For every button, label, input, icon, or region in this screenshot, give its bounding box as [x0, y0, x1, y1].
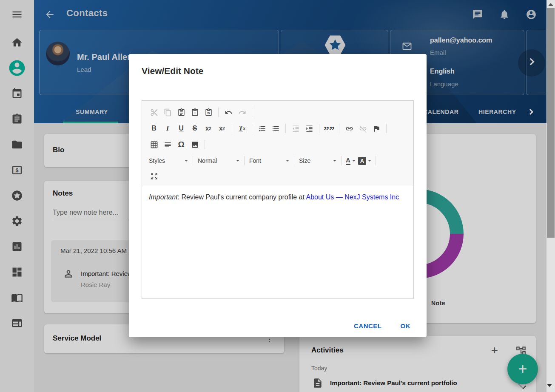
bulleted-list-icon[interactable] [269, 122, 282, 135]
strikethrough-icon[interactable]: S [188, 122, 202, 135]
toolbar-row-clipboard: T W [147, 104, 408, 120]
toolbar-separator [193, 156, 193, 165]
italic-icon[interactable]: I [161, 122, 174, 135]
toolbar-row-formatting: B I U S x2 x2 Tx ”” [147, 120, 408, 136]
toolbar-separator [232, 124, 232, 133]
view-edit-note-dialog: View/Edit Note T W [129, 54, 427, 337]
scrollbar-thumb[interactable] [547, 8, 555, 238]
chevron-down-icon [185, 160, 188, 162]
underline-icon[interactable]: U [174, 122, 188, 135]
toolbar-separator [376, 156, 376, 165]
editor-toolbar: T W B I U S x2 x2 Tx [142, 101, 413, 186]
copy-icon[interactable] [161, 106, 174, 119]
superscript-icon[interactable]: x2 [215, 122, 229, 135]
styles-dropdown[interactable]: Styles [147, 155, 190, 166]
editor-plain-text: : Review Paul's current company profile … [178, 193, 306, 201]
link-icon[interactable] [342, 122, 356, 135]
cut-icon[interactable] [147, 106, 161, 119]
paste-plain-text-icon[interactable]: T [188, 106, 202, 119]
image-icon[interactable] [188, 138, 202, 151]
undo-icon[interactable] [222, 106, 235, 119]
toolbar-separator [386, 124, 387, 133]
bold-icon[interactable]: B [147, 122, 161, 135]
maximize-icon[interactable] [147, 170, 161, 182]
dialog-title: View/Edit Note [142, 66, 203, 76]
dialog-actions: CANCEL OK [354, 322, 410, 330]
toolbar-separator [339, 124, 339, 133]
background-color-button[interactable]: A [357, 155, 373, 166]
paragraph-format-dropdown[interactable]: Normal [196, 155, 241, 166]
unlink-icon[interactable] [356, 122, 370, 135]
toolbar-separator [319, 124, 319, 133]
text-color-button[interactable]: A [344, 155, 357, 166]
page-scrollbar[interactable] [546, 0, 555, 392]
toolbar-row-maximize [147, 169, 408, 183]
toolbar-separator [218, 108, 219, 117]
special-character-icon[interactable]: Ω [174, 138, 188, 151]
paste-from-word-icon[interactable]: W [202, 106, 215, 119]
editor-italic-text: Important [149, 193, 178, 201]
table-icon[interactable] [147, 138, 161, 151]
horizontal-line-icon[interactable] [161, 138, 174, 151]
chevron-down-icon [368, 160, 371, 162]
scrollbar-up-arrow-icon[interactable] [548, 3, 553, 6]
toolbar-separator [252, 124, 252, 133]
paste-icon[interactable] [174, 106, 188, 119]
subscript-icon[interactable]: x2 [202, 122, 215, 135]
toolbar-separator [285, 124, 286, 133]
chevron-down-icon [236, 160, 239, 162]
chevron-down-icon [352, 160, 356, 162]
increase-indent-icon[interactable] [302, 122, 316, 135]
svg-text:W: W [207, 111, 210, 115]
toolbar-row-dropdowns: Styles Normal Font Size A [147, 153, 408, 169]
editor-content[interactable]: Important: Review Paul's current company… [142, 186, 413, 208]
toolbar-separator [294, 156, 294, 165]
toolbar-separator [205, 140, 205, 149]
anchor-flag-icon[interactable] [370, 122, 383, 135]
scrollbar-down-arrow-icon[interactable] [547, 384, 552, 387]
svg-text:T: T [194, 111, 196, 115]
chevron-down-icon [333, 160, 336, 162]
toolbar-separator [244, 156, 245, 165]
toolbar-separator [341, 156, 342, 165]
toolbar-separator [252, 108, 252, 117]
blockquote-icon[interactable]: ”” [322, 122, 336, 135]
decrease-indent-icon[interactable] [289, 122, 302, 135]
font-size-dropdown[interactable]: Size [297, 155, 338, 166]
editor-link[interactable]: About Us — NexJ Systems Inc [306, 193, 399, 201]
chevron-down-icon [286, 160, 289, 162]
toolbar-row-insert: Ω [147, 136, 408, 153]
numbered-list-icon[interactable] [255, 122, 269, 135]
rich-text-editor: T W B I U S x2 x2 Tx [142, 100, 414, 299]
font-dropdown[interactable]: Font [248, 155, 291, 166]
ok-button[interactable]: OK [401, 322, 411, 330]
cancel-button[interactable]: CANCEL [354, 322, 382, 330]
remove-format-icon[interactable]: Tx [235, 122, 249, 135]
redo-icon[interactable] [235, 106, 249, 119]
